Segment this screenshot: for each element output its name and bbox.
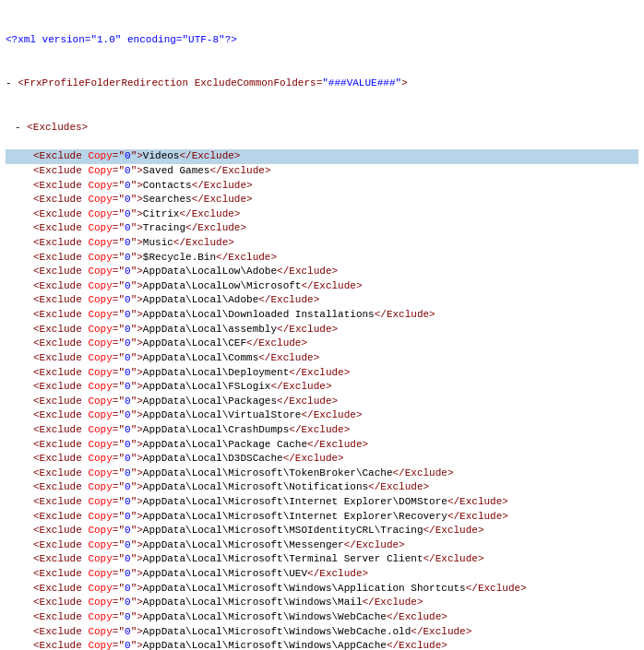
xml-item-34: <Exclude Copy="0">AppData\Local\Microsof…: [6, 639, 638, 650]
xml-items: <Exclude Copy="0">Videos</Exclude><Exclu…: [6, 149, 638, 650]
xml-item-0: <Exclude Copy="0">Videos</Exclude>: [6, 149, 638, 164]
xml-item-11: <Exclude Copy="0">AppData\Local\Download…: [6, 308, 638, 323]
xml-item-33: <Exclude Copy="0">AppData\Local\Microsof…: [6, 625, 638, 640]
xml-item-30: <Exclude Copy="0">AppData\Local\Microsof…: [6, 582, 638, 597]
xml-item-5: <Exclude Copy="0">Tracing</Exclude>: [6, 221, 638, 236]
xml-item-7: <Exclude Copy="0">$Recycle.Bin</Exclude>: [6, 251, 638, 266]
xml-item-17: <Exclude Copy="0">AppData\Local\Packages…: [6, 395, 638, 409]
xml-viewer: <?xml version="1.0" encoding="UTF-8"?> -…: [6, 4, 638, 149]
xml-item-21: <Exclude Copy="0">AppData\Local\D3DSCach…: [6, 452, 638, 467]
xml-item-31: <Exclude Copy="0">AppData\Local\Microsof…: [6, 596, 638, 610]
xml-item-4: <Exclude Copy="0">Citrix</Exclude>: [6, 207, 638, 222]
xml-item-20: <Exclude Copy="0">AppData\Local\Package …: [6, 438, 638, 453]
xml-item-8: <Exclude Copy="0">AppData\LocalLow\Adobe…: [6, 265, 638, 279]
xml-declaration: <?xml version="1.0" encoding="UTF-8"?>: [6, 33, 638, 48]
xml-item-12: <Exclude Copy="0">AppData\Local\assembly…: [6, 323, 638, 337]
xml-item-10: <Exclude Copy="0">AppData\Local\Adobe</E…: [6, 293, 638, 308]
xml-item-13: <Exclude Copy="0">AppData\Local\CEF</Exc…: [6, 337, 638, 351]
xml-item-14: <Exclude Copy="0">AppData\Local\Comms</E…: [6, 351, 638, 366]
xml-item-9: <Exclude Copy="0">AppData\LocalLow\Micro…: [6, 279, 638, 294]
xml-item-29: <Exclude Copy="0">AppData\Local\Microsof…: [6, 567, 638, 582]
xml-item-19: <Exclude Copy="0">AppData\Local\CrashDum…: [6, 423, 638, 438]
xml-item-27: <Exclude Copy="0">AppData\Local\Microsof…: [6, 538, 638, 553]
xml-item-23: <Exclude Copy="0">AppData\Local\Microsof…: [6, 480, 638, 495]
xml-item-16: <Exclude Copy="0">AppData\Local\FSLogix<…: [6, 380, 638, 395]
xml-item-26: <Exclude Copy="0">AppData\Local\Microsof…: [6, 524, 638, 538]
xml-item-6: <Exclude Copy="0">Music</Exclude>: [6, 236, 638, 251]
excludes-open: - <Excludes>: [6, 121, 638, 136]
xml-item-18: <Exclude Copy="0">AppData\Local\VirtualS…: [6, 408, 638, 423]
root-element-open: - <FrxProfileFolderRedirection ExcludeCo…: [6, 77, 638, 91]
xml-item-15: <Exclude Copy="0">AppData\Local\Deployme…: [6, 366, 638, 381]
xml-item-32: <Exclude Copy="0">AppData\Local\Microsof…: [6, 610, 638, 625]
xml-item-25: <Exclude Copy="0">AppData\Local\Microsof…: [6, 510, 638, 525]
xml-item-2: <Exclude Copy="0">Contacts</Exclude>: [6, 179, 638, 194]
xml-item-1: <Exclude Copy="0">Saved Games</Exclude>: [6, 164, 638, 179]
xml-item-24: <Exclude Copy="0">AppData\Local\Microsof…: [6, 495, 638, 510]
xml-item-3: <Exclude Copy="0">Searches</Exclude>: [6, 193, 638, 207]
xml-item-28: <Exclude Copy="0">AppData\Local\Microsof…: [6, 552, 638, 567]
xml-item-22: <Exclude Copy="0">AppData\Local\Microsof…: [6, 467, 638, 481]
